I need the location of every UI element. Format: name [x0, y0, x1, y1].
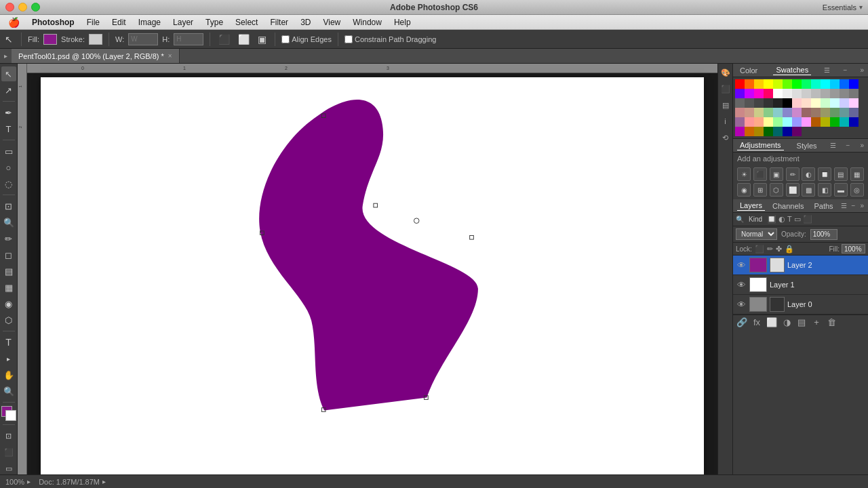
styles-tab[interactable]: Styles — [794, 141, 820, 150]
document-tab[interactable]: PentTool01.psd @ 100% (Layer 2, RGB/8) *… — [12, 49, 180, 63]
swatch-item[interactable] — [783, 98, 792, 108]
swatch-item[interactable] — [830, 117, 840, 127]
exposure-icon[interactable]: ✏ — [786, 167, 800, 181]
swatch-item[interactable] — [754, 89, 764, 98]
swatch-item[interactable] — [830, 89, 840, 98]
swatch-item[interactable] — [783, 79, 792, 89]
photo-filter-icon[interactable]: ◉ — [737, 183, 751, 197]
filter-pixel-icon[interactable]: 🔲 — [767, 215, 776, 224]
paint-bucket-tool[interactable]: ▤ — [1, 264, 16, 279]
swatch-item[interactable] — [792, 108, 802, 117]
lock-position-icon[interactable]: ✤ — [776, 245, 782, 253]
direct-selection-tool[interactable]: ↗ — [1, 83, 16, 98]
swatches-tab[interactable]: Swatches — [773, 65, 811, 75]
swatch-item[interactable] — [849, 79, 859, 89]
layers-tab[interactable]: Layers — [737, 201, 765, 211]
color-panel-icon[interactable]: 🎨 — [719, 66, 732, 79]
kind-label[interactable]: Kind — [746, 216, 765, 223]
swatch-item[interactable] — [783, 117, 792, 127]
menu-edit[interactable]: Edit — [106, 16, 132, 28]
swatch-item[interactable] — [802, 89, 811, 98]
menu-window[interactable]: Window — [347, 16, 387, 28]
layers-menu-icon[interactable]: ☰ — [841, 202, 847, 209]
swatch-item[interactable] — [811, 98, 821, 108]
menu-layer[interactable]: Layer — [167, 16, 199, 28]
swatch-item[interactable] — [773, 127, 783, 136]
zoom-tool[interactable]: 🔍 — [1, 384, 16, 399]
filter-type-icon[interactable]: T — [787, 215, 792, 224]
swatch-item[interactable] — [735, 79, 745, 89]
tab-close-button[interactable]: × — [168, 52, 172, 60]
menu-filter[interactable]: Filter — [264, 16, 294, 28]
color-tab[interactable]: Color — [737, 66, 760, 75]
panel-menu-icon[interactable]: ☰ — [824, 66, 830, 74]
menu-select[interactable]: Select — [230, 16, 263, 28]
swatch-item[interactable] — [821, 89, 830, 98]
levels-icon[interactable]: ⬛ — [753, 167, 767, 181]
apple-menu[interactable]: 🍎 — [3, 17, 25, 28]
gradient-map-icon[interactable]: ▬ — [834, 183, 848, 197]
delete-layer-icon[interactable]: 🗑 — [825, 317, 837, 327]
swatch-item[interactable] — [773, 98, 783, 108]
swatch-item[interactable] — [792, 89, 802, 98]
eraser-tool[interactable]: ◻ — [1, 247, 16, 262]
swatch-item[interactable] — [735, 98, 745, 108]
swatch-item[interactable] — [811, 89, 821, 98]
swatch-item[interactable] — [764, 98, 773, 108]
swatch-item[interactable] — [764, 127, 773, 136]
layer-link-icon[interactable]: 🔗 — [736, 317, 748, 327]
swatch-item[interactable] — [745, 127, 754, 136]
gradient-tool[interactable]: ▦ — [1, 280, 16, 295]
swatch-item[interactable] — [802, 108, 811, 117]
path-ops-icon-2[interactable]: ⬜ — [236, 34, 252, 45]
swatch-item[interactable] — [840, 98, 849, 108]
vibrance-icon[interactable]: ◐ — [802, 167, 815, 181]
layer-visibility-icon-0[interactable]: 👁 — [736, 300, 747, 310]
swatch-item[interactable] — [764, 79, 773, 89]
frame-btn[interactable]: ▭ — [1, 461, 16, 476]
layer-row-1[interactable]: 👁 Layer 1 — [733, 275, 868, 295]
menu-help[interactable]: Help — [389, 16, 416, 28]
swatch-item[interactable] — [830, 98, 840, 108]
layer-row-2[interactable]: 👁 Layer 2 — [733, 256, 868, 275]
lasso-tool[interactable]: ◌ — [1, 176, 16, 191]
menu-view[interactable]: View — [317, 16, 346, 28]
swatch-item[interactable] — [764, 89, 773, 98]
blur-tool[interactable]: ◉ — [1, 296, 16, 311]
swatch-item[interactable] — [773, 108, 783, 117]
essentials-dropdown-icon[interactable]: ▾ — [859, 3, 863, 11]
paintbrush-tool[interactable]: ✏ — [1, 231, 16, 246]
swatch-item[interactable] — [735, 127, 745, 136]
selective-color-icon[interactable]: ◎ — [850, 183, 864, 197]
dodge-tool[interactable]: ⬡ — [1, 312, 16, 327]
swatch-item[interactable] — [773, 89, 783, 98]
selection-tool[interactable]: ↖ — [1, 66, 16, 81]
pen-tool[interactable]: ✒ — [1, 105, 16, 120]
swatch-item[interactable] — [811, 117, 821, 127]
zoom-arrow-icon[interactable]: ▸ — [27, 478, 31, 485]
path-selection-tool[interactable]: ▸ — [1, 351, 16, 366]
swatch-item[interactable] — [821, 108, 830, 117]
stroke-swatch[interactable] — [89, 34, 102, 45]
color-lookup-icon[interactable]: ⬡ — [770, 183, 783, 197]
lock-pixels-icon[interactable]: ✏ — [767, 245, 773, 253]
adj-minimize-icon[interactable]: − — [846, 142, 850, 149]
swatch-item[interactable] — [830, 79, 840, 89]
blend-mode-select[interactable]: Normal — [736, 228, 777, 240]
threshold-icon[interactable]: ◧ — [818, 183, 831, 197]
swatch-item[interactable] — [792, 117, 802, 127]
swatch-item[interactable] — [773, 79, 783, 89]
new-layer-icon[interactable]: + — [810, 317, 823, 327]
path-ops-icon-1[interactable]: ⬛ — [216, 34, 232, 45]
lock-transparent-icon[interactable]: ⬛ — [755, 245, 764, 253]
fill-input[interactable] — [842, 244, 865, 253]
swatch-item[interactable] — [754, 108, 764, 117]
paths-tab[interactable]: Paths — [811, 201, 835, 211]
swatch-item[interactable] — [754, 98, 764, 108]
eyedropper-tool[interactable]: 🔍 — [1, 215, 16, 230]
swatch-item[interactable] — [849, 108, 859, 117]
window-controls[interactable] — [5, 3, 40, 12]
swatch-item[interactable] — [849, 117, 859, 127]
swatch-item[interactable] — [735, 117, 745, 127]
menu-type[interactable]: Type — [200, 16, 229, 28]
